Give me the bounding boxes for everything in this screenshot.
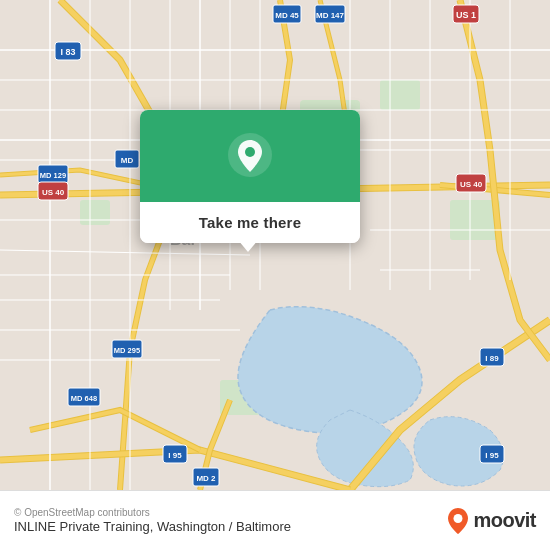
svg-text:MD 129: MD 129 — [40, 171, 66, 180]
svg-text:MD 45: MD 45 — [275, 11, 299, 20]
footer-left: © OpenStreetMap contributors INLINE Priv… — [14, 507, 291, 534]
footer-title: INLINE Private Training, Washington / Ba… — [14, 519, 291, 534]
svg-rect-3 — [80, 200, 110, 225]
popup-pointer — [238, 240, 258, 252]
take-me-there-button[interactable]: Take me there — [140, 202, 360, 243]
svg-text:I 95: I 95 — [485, 451, 499, 460]
moovit-text: moovit — [473, 509, 536, 532]
map-svg: I 83 MD 147 MD 45 US 1 MD 129 MD US 40 U… — [0, 0, 550, 490]
svg-rect-2 — [380, 80, 420, 110]
popup-header — [140, 110, 360, 202]
svg-text:MD 147: MD 147 — [316, 11, 345, 20]
popup-card: Take me there — [140, 110, 360, 243]
map-pin-icon — [227, 132, 273, 178]
svg-text:MD 295: MD 295 — [114, 346, 140, 355]
svg-text:MD 648: MD 648 — [71, 394, 97, 403]
moovit-logo: moovit — [447, 507, 536, 535]
svg-text:US 40: US 40 — [460, 180, 483, 189]
svg-text:US 1: US 1 — [456, 10, 476, 20]
svg-text:I 89: I 89 — [485, 354, 499, 363]
svg-text:MD 2: MD 2 — [196, 474, 216, 483]
moovit-pin-icon — [447, 507, 469, 535]
footer-bar: © OpenStreetMap contributors INLINE Priv… — [0, 490, 550, 550]
svg-text:I 83: I 83 — [60, 47, 75, 57]
map-area: I 83 MD 147 MD 45 US 1 MD 129 MD US 40 U… — [0, 0, 550, 490]
copyright-text: © OpenStreetMap contributors — [14, 507, 291, 518]
svg-text:MD: MD — [121, 156, 134, 165]
svg-text:I 95: I 95 — [168, 451, 182, 460]
svg-text:US 40: US 40 — [42, 188, 65, 197]
svg-point-62 — [245, 147, 255, 157]
svg-point-63 — [454, 514, 463, 523]
